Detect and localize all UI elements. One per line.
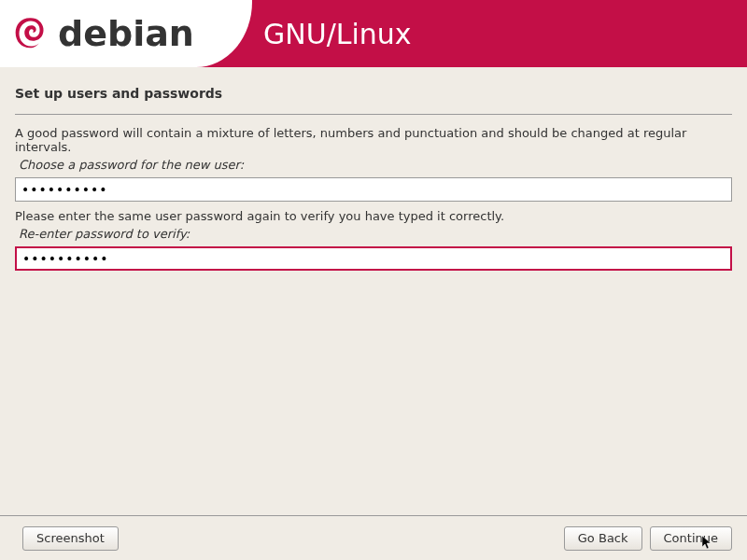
header-title: GNU/Linux [263, 18, 412, 50]
continue-button[interactable]: Continue [650, 526, 732, 551]
logo-container: debian [0, 0, 252, 67]
page-title: Set up users and passwords [15, 86, 732, 101]
footer-bar: Screenshot Go Back Continue [0, 515, 747, 560]
main-area: A good password will contain a mixture o… [15, 114, 732, 515]
screenshot-button[interactable]: Screenshot [22, 526, 119, 551]
reenter-password-label: Re-enter password to verify: [19, 227, 732, 241]
password-input[interactable] [15, 177, 732, 202]
verify-info-text: Please enter the same user password agai… [15, 209, 732, 223]
password-info-text: A good password will contain a mixture o… [15, 126, 732, 154]
choose-password-label: Choose a password for the new user: [19, 158, 732, 172]
go-back-button[interactable]: Go Back [564, 526, 642, 551]
debian-swirl-icon [7, 11, 52, 56]
logo-text: debian [58, 13, 194, 54]
password-verify-input[interactable] [15, 246, 732, 271]
content-area: Set up users and passwords A good passwo… [0, 67, 747, 515]
header-banner: debian GNU/Linux [0, 0, 747, 67]
